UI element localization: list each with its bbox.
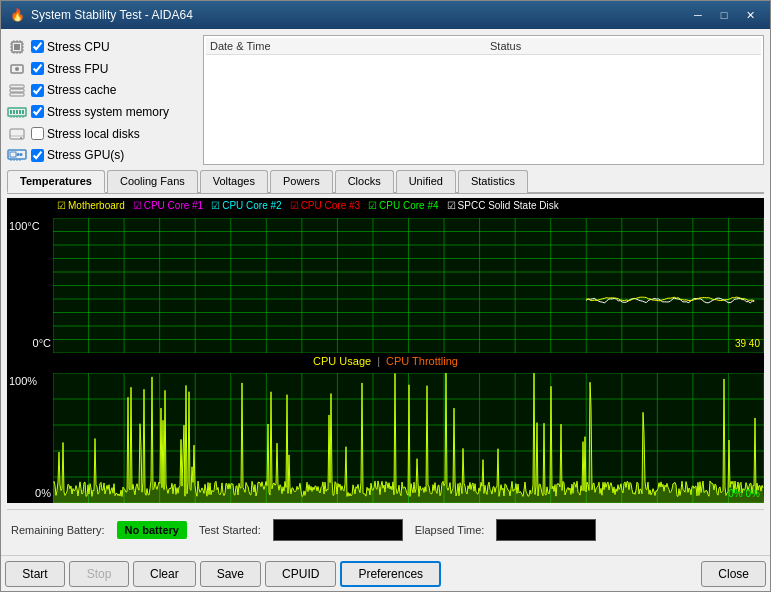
- svg-rect-21: [13, 110, 15, 114]
- stress-cache-item: Stress cache: [7, 80, 197, 100]
- tab-voltages[interactable]: Voltages: [200, 170, 268, 193]
- svg-point-32: [20, 137, 22, 139]
- stress-disk-item: Stress local disks: [7, 124, 197, 144]
- stop-button[interactable]: Stop: [69, 561, 129, 587]
- temp-value: 39 40: [735, 338, 760, 349]
- cpuid-button[interactable]: CPUID: [265, 561, 336, 587]
- battery-value: No battery: [117, 521, 187, 539]
- svg-point-35: [17, 153, 20, 156]
- window-controls: ─ □ ✕: [686, 6, 762, 24]
- button-bar: Start Stop Clear Save CPUID Preferences …: [1, 555, 770, 591]
- disk-icon: [7, 126, 27, 142]
- test-started-input[interactable]: [273, 519, 403, 541]
- temperature-chart: ☑ Motherboard ☑ CPU Core #1 ☑ CPU Core #…: [7, 198, 764, 353]
- svg-rect-23: [19, 110, 21, 114]
- stress-memory-checkbox[interactable]: [31, 105, 44, 118]
- svg-rect-20: [10, 110, 12, 114]
- stress-fpu-checkbox[interactable]: [31, 62, 44, 75]
- tab-cooling[interactable]: Cooling Fans: [107, 170, 198, 193]
- tab-unified[interactable]: Unified: [396, 170, 456, 193]
- tabs-container: Temperatures Cooling Fans Voltages Power…: [7, 169, 764, 194]
- cpu-usage-label: CPU Usage: [313, 355, 371, 367]
- cpu-icon: [7, 39, 27, 55]
- stress-cache-checkbox[interactable]: [31, 84, 44, 97]
- temp-y-axis: 100°C 0°C: [7, 218, 53, 353]
- cpu-throttling-label: CPU Throttling: [386, 355, 458, 367]
- usage-chart-title: CPU Usage | CPU Throttling: [7, 355, 764, 367]
- usage-chart: CPU Usage | CPU Throttling 100% 0% 0% 0%: [7, 353, 764, 503]
- clear-button[interactable]: Clear: [133, 561, 196, 587]
- svg-rect-24: [22, 110, 24, 114]
- svg-rect-17: [10, 89, 24, 92]
- log-col-datetime: Date & Time: [210, 40, 410, 52]
- svg-rect-22: [16, 110, 18, 114]
- svg-point-36: [20, 153, 23, 156]
- temp-y-min: 0°C: [33, 337, 51, 349]
- close-button[interactable]: Close: [701, 561, 766, 587]
- temp-y-max: 100°C: [9, 220, 40, 232]
- tabs: Temperatures Cooling Fans Voltages Power…: [7, 169, 764, 194]
- status-bar: Remaining Battery: No battery Test Start…: [7, 509, 764, 549]
- window-content: Stress CPU Stress FPU: [1, 29, 770, 555]
- stress-cpu-label[interactable]: Stress CPU: [31, 40, 110, 54]
- close-window-button[interactable]: ✕: [738, 6, 762, 24]
- legend-cpu3: ☑ CPU Core #3: [290, 200, 360, 211]
- stress-disk-label[interactable]: Stress local disks: [31, 127, 140, 141]
- legend-cpu4: ☑ CPU Core #4: [368, 200, 438, 211]
- main-window: 🔥 System Stability Test - AIDA64 ─ □ ✕: [0, 0, 771, 592]
- stress-fpu-label[interactable]: Stress FPU: [31, 62, 108, 76]
- usage-y-max: 100%: [9, 375, 37, 387]
- svg-rect-1: [14, 44, 20, 50]
- usage-canvas: [53, 373, 764, 503]
- svg-rect-34: [10, 152, 16, 157]
- log-panel: Date & Time Status: [203, 35, 764, 165]
- fpu-icon: [7, 61, 27, 77]
- ram-icon: [7, 104, 27, 120]
- svg-point-15: [15, 67, 19, 71]
- top-section: Stress CPU Stress FPU: [7, 35, 764, 165]
- stress-panel: Stress CPU Stress FPU: [7, 35, 197, 165]
- tab-powers[interactable]: Powers: [270, 170, 333, 193]
- elapsed-label: Elapsed Time:: [415, 524, 485, 536]
- stress-disk-checkbox[interactable]: [31, 127, 44, 140]
- svg-rect-30: [10, 129, 24, 139]
- usage-y-axis: 100% 0%: [7, 373, 53, 503]
- start-button[interactable]: Start: [5, 561, 65, 587]
- legend-motherboard: ☑ Motherboard: [57, 200, 125, 211]
- legend-cpu2: ☑ CPU Core #2: [211, 200, 281, 211]
- tab-clocks[interactable]: Clocks: [335, 170, 394, 193]
- maximize-button[interactable]: □: [712, 6, 736, 24]
- minimize-button[interactable]: ─: [686, 6, 710, 24]
- usage-y-min: 0%: [35, 487, 51, 499]
- stress-cache-label[interactable]: Stress cache: [31, 83, 116, 97]
- stress-gpu-item: Stress GPU(s): [7, 145, 197, 165]
- svg-rect-16: [10, 85, 24, 88]
- stress-memory-label[interactable]: Stress system memory: [31, 105, 169, 119]
- save-button[interactable]: Save: [200, 561, 261, 587]
- test-started-label: Test Started:: [199, 524, 261, 536]
- stress-gpu-label[interactable]: Stress GPU(s): [31, 148, 124, 162]
- log-header: Date & Time Status: [206, 38, 761, 55]
- legend-cpu1: ☑ CPU Core #1: [133, 200, 203, 211]
- stress-cpu-checkbox[interactable]: [31, 40, 44, 53]
- tab-statistics[interactable]: Statistics: [458, 170, 528, 193]
- gpu-icon: [7, 147, 27, 163]
- cache-icon: [7, 82, 27, 98]
- charts-area: ☑ Motherboard ☑ CPU Core #1 ☑ CPU Core #…: [7, 198, 764, 503]
- stress-cpu-item: Stress CPU: [7, 37, 197, 57]
- elapsed-input[interactable]: [496, 519, 596, 541]
- stress-memory-item: Stress system memory: [7, 102, 197, 122]
- temp-canvas: [53, 218, 764, 353]
- tab-temperatures[interactable]: Temperatures: [7, 170, 105, 193]
- log-col-status: Status: [490, 40, 521, 52]
- preferences-button[interactable]: Preferences: [340, 561, 441, 587]
- app-icon: 🔥: [9, 7, 25, 23]
- svg-rect-18: [10, 93, 24, 96]
- legend-ssd: ☑ SPCC Solid State Disk: [447, 200, 559, 211]
- window-title: System Stability Test - AIDA64: [31, 8, 686, 22]
- temp-legend: ☑ Motherboard ☑ CPU Core #1 ☑ CPU Core #…: [57, 200, 559, 211]
- battery-label: Remaining Battery:: [11, 524, 105, 536]
- usage-value: 0% 0%: [728, 488, 760, 499]
- stress-fpu-item: Stress FPU: [7, 59, 197, 79]
- stress-gpu-checkbox[interactable]: [31, 149, 44, 162]
